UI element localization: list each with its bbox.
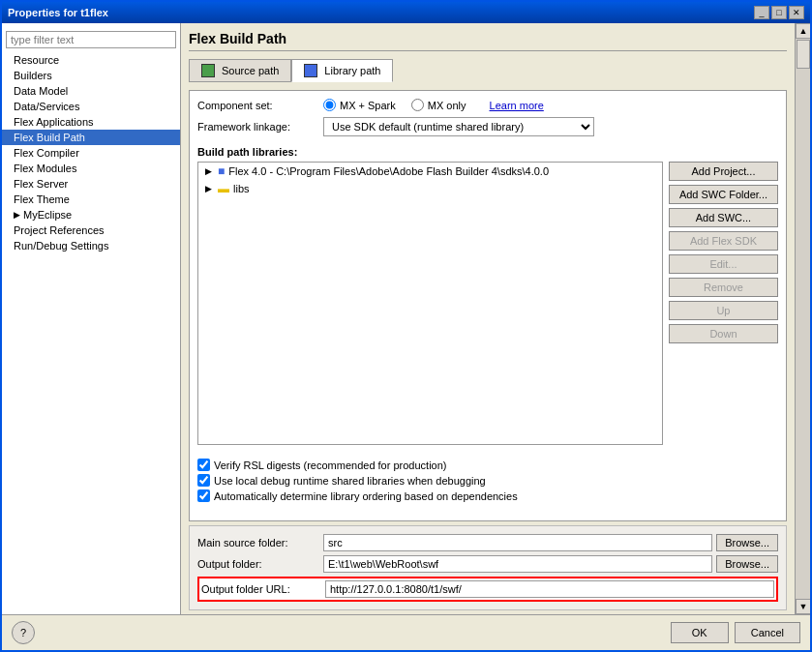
radio-mx-spark[interactable]: MX + Spark [323,99,396,111]
expand-icon: ▶ [14,210,20,220]
up-button[interactable]: Up [669,301,778,320]
output-folder-url-input[interactable] [325,580,774,598]
source-tab-icon [201,64,215,77]
sidebar-item-run-debug[interactable]: Run/Debug Settings [2,238,180,253]
main-source-browse-button[interactable]: Browse... [716,534,778,551]
output-folder-label: Output folder: [197,558,323,570]
output-folder-url-label: Output folder URL: [201,583,325,595]
verify-rsl-label: Verify RSL digests (recommended for prod… [214,459,446,471]
form-section: Component set: MX + Spark MX only Learn … [189,90,787,521]
radio-mx-only-label: MX only [428,100,466,111]
add-flex-sdk-button[interactable]: Add Flex SDK [669,231,778,251]
down-button[interactable]: Down [669,324,778,343]
tab-library-path[interactable]: Library path [291,59,393,82]
sidebar-item-flex-build-path[interactable]: Flex Build Path [2,130,180,145]
panel-title: Flex Build Path [189,31,787,51]
sidebar-item-data-model[interactable]: Data Model [2,83,180,99]
build-path-label: Build path libraries: [197,146,778,158]
sidebar: Resource Builders Data Model Data/Servic… [2,23,181,614]
output-folder-browse-button[interactable]: Browse... [716,555,778,573]
main-source-folder-label: Main source folder: [197,537,323,548]
tree-item-libs[interactable]: ▶ ▬ libs [198,180,662,197]
auto-ordering-checkbox[interactable] [197,489,210,502]
sidebar-item-data-services[interactable]: Data/Services [2,99,180,114]
close-button[interactable]: ✕ [789,6,804,19]
minimize-button[interactable]: _ [754,6,769,19]
framework-linkage-row: Framework linkage: Use SDK default (runt… [197,117,778,136]
component-set-label: Component set: [197,100,323,111]
expand-flex-sdk-icon: ▶ [202,166,214,176]
checkboxes-group: Verify RSL digests (recommended for prod… [197,459,778,505]
local-debug-checkbox[interactable] [197,474,210,487]
sidebar-item-flex-modules[interactable]: Flex Modules [2,161,180,176]
auto-ordering-row: Automatically determine library ordering… [197,489,778,502]
right-section: Flex Build Path Source path Library path [181,23,810,614]
output-folder-url-row: Output folder URL: [197,577,778,602]
framework-linkage-dropdown[interactable]: Use SDK default (runtime shared library) [323,117,594,136]
sdk-icon: ■ [218,164,225,178]
title-bar: Properties for t1flex _ □ ✕ [2,2,810,23]
expand-libs-icon: ▶ [202,184,214,193]
ok-button[interactable]: OK [671,622,729,643]
add-project-button[interactable]: Add Project... [669,162,778,181]
tree-and-buttons: ▶ ■ Flex 4.0 - C:\Program Files\Adobe\Ad… [197,162,778,453]
output-folder-input[interactable] [323,555,712,573]
filter-input[interactable] [6,31,176,48]
local-debug-label: Use local debug runtime shared libraries… [214,475,486,487]
source-tab-label: Source path [222,65,279,76]
framework-linkage-dropdown-wrapper: Use SDK default (runtime shared library) [323,117,594,136]
remove-button[interactable]: Remove [669,278,778,297]
sidebar-item-flex-server[interactable]: Flex Server [2,176,180,192]
scroll-up-button[interactable]: ▲ [796,23,810,39]
scroll-down-button[interactable]: ▼ [796,599,810,614]
sidebar-item-resource[interactable]: Resource [2,52,180,68]
build-path-tree[interactable]: ▶ ■ Flex 4.0 - C:\Program Files\Adobe\Ad… [197,162,663,445]
scroll-thumb[interactable] [797,40,810,69]
main-source-folder-row: Main source folder: Browse... [197,534,778,551]
radio-mx-spark-label: MX + Spark [340,100,396,111]
learn-more-link[interactable]: Learn more [490,100,544,111]
panel-header: Flex Build Path Source path Library path [181,23,795,90]
help-button[interactable]: ? [12,621,35,644]
component-set-radios: MX + Spark MX only Learn more [323,99,544,111]
tab-bar: Source path Library path [189,59,787,82]
folder-icon: ▬ [218,182,229,195]
auto-ordering-label: Automatically determine library ordering… [214,490,518,502]
cancel-button[interactable]: Cancel [735,622,800,643]
vertical-scrollbar[interactable]: ▲ ▼ [795,23,810,614]
output-folder-row: Output folder: Browse... [197,555,778,573]
footer-left: ? [12,621,665,644]
sidebar-item-flex-theme[interactable]: Flex Theme [2,192,180,207]
button-panel: Add Project... Add SWC Folder... Add SWC… [663,162,778,453]
scroll-track [796,39,810,599]
sidebar-item-myeclipse[interactable]: ▶ MyEclipse [2,207,180,222]
window-title: Properties for t1flex [8,7,108,18]
sidebar-item-flex-applications[interactable]: Flex Applications [2,114,180,130]
flex-sdk-item-label: Flex 4.0 - C:\Program Files\Adobe\Adobe … [228,165,549,177]
sidebar-item-builders[interactable]: Builders [2,68,180,83]
sidebar-item-project-references[interactable]: Project References [2,222,180,238]
main-content: Resource Builders Data Model Data/Servic… [2,23,810,614]
maximize-button[interactable]: □ [771,6,787,19]
add-swc-folder-button[interactable]: Add SWC Folder... [669,185,778,204]
verify-rsl-checkbox[interactable] [197,459,210,471]
tree-item-flex-sdk[interactable]: ▶ ■ Flex 4.0 - C:\Program Files\Adobe\Ad… [198,163,662,180]
library-tab-label: Library path [324,65,380,76]
window-controls: _ □ ✕ [754,6,804,19]
dialog-footer: ? OK Cancel [2,614,810,650]
bottom-section: Main source folder: Browse... Output fol… [189,525,787,610]
tab-source-path[interactable]: Source path [189,59,291,82]
framework-linkage-label: Framework linkage: [197,121,323,133]
library-tab-icon [304,64,317,77]
main-source-folder-input[interactable] [323,534,712,551]
edit-button[interactable]: Edit... [669,254,778,274]
component-set-row: Component set: MX + Spark MX only Learn … [197,99,778,111]
properties-dialog: Properties for t1flex _ □ ✕ Resource Bui… [0,0,812,652]
verify-rsl-row: Verify RSL digests (recommended for prod… [197,459,778,471]
local-debug-row: Use local debug runtime shared libraries… [197,474,778,487]
sidebar-item-flex-compiler[interactable]: Flex Compiler [2,145,180,161]
radio-mx-only[interactable]: MX only [411,99,466,111]
add-swc-button[interactable]: Add SWC... [669,208,778,227]
content-area: Flex Build Path Source path Library path [181,23,795,614]
libs-item-label: libs [233,183,250,194]
